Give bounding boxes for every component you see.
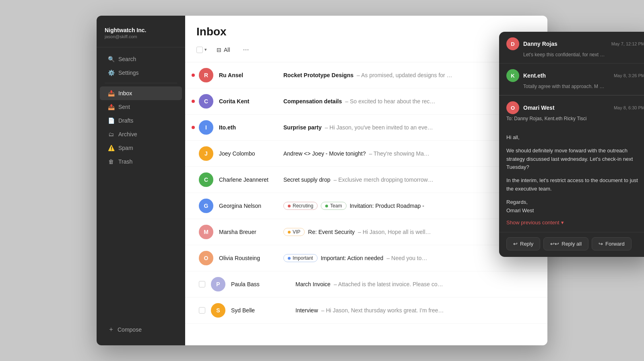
message-paragraph-1: We should definitely move forward with t… bbox=[506, 147, 644, 172]
reply-all-button[interactable]: ↩↩ Reply all bbox=[543, 237, 588, 250]
select-all-checkbox[interactable] bbox=[196, 47, 203, 53]
tag-vip: VIP bbox=[283, 228, 305, 236]
show-previous-label: Show previous content bbox=[506, 219, 559, 226]
email-subject: Re: Event Security bbox=[308, 229, 355, 235]
sent-icon: 📤 bbox=[108, 104, 114, 110]
email-row[interactable]: C Corita Kent Compensation details – So … bbox=[185, 88, 547, 115]
reply-all-icon: ↩↩ bbox=[550, 241, 559, 247]
sidebar-label-drafts: Drafts bbox=[118, 117, 133, 124]
sidebar-item-spam[interactable]: ⚠️ Spam bbox=[100, 141, 182, 155]
active-message: O Omari West May 8, 6:30 PM To: Danny Ro… bbox=[499, 95, 644, 257]
main-content: Inbox ▾ ⊟ All ··· R Ru Ansel Ro bbox=[185, 16, 547, 345]
reply-label: Reply bbox=[520, 241, 533, 247]
thread-header: D Danny Rojas May 7, 12:12 PM bbox=[506, 37, 644, 50]
email-preview: – Need you to… bbox=[386, 255, 427, 261]
tag-label: VIP bbox=[293, 229, 300, 235]
forward-icon: ↪ bbox=[599, 241, 603, 247]
active-avatar: O bbox=[506, 101, 519, 114]
email-preview: – Hi Jason, Next thursday works great. I… bbox=[321, 307, 444, 314]
email-subject: Rocket Prototype Designs bbox=[283, 72, 353, 78]
settings-icon: ⚙️ bbox=[108, 70, 114, 76]
sender-name: Syd Belle bbox=[231, 307, 295, 314]
email-row[interactable]: S Syd Belle Interview – Hi Jason, Next t… bbox=[185, 297, 547, 324]
email-subject: Compensation details bbox=[283, 98, 342, 105]
panel-date: May 8, 3:26 PM bbox=[614, 73, 644, 78]
panel-preview-text: Let's keep this confidential, for next … bbox=[506, 52, 644, 57]
email-preview: – As promised, updated designs for … bbox=[357, 72, 452, 78]
sidebar-item-search[interactable]: 🔍 Search bbox=[100, 52, 182, 66]
active-sender: Omari West bbox=[523, 105, 610, 111]
email-preview: – Hi Jason, you've been invited to an ev… bbox=[325, 124, 433, 131]
avatar: O bbox=[199, 251, 213, 265]
email-preview: – Exclusive merch dropping tomorrow… bbox=[334, 176, 433, 183]
filter-button[interactable]: ⊟ All bbox=[212, 45, 235, 55]
tag-label: Important bbox=[293, 255, 313, 261]
show-previous-button[interactable]: Show previous content ▾ bbox=[506, 219, 644, 226]
email-subject: Interview bbox=[295, 307, 318, 314]
email-subject: Invitation: Product Roadmap - bbox=[350, 203, 424, 209]
reply-all-label: Reply all bbox=[561, 241, 582, 247]
tag-team: Team bbox=[321, 202, 346, 210]
email-row[interactable]: I Ito.eth Surprise party – Hi Jason, you… bbox=[185, 115, 547, 141]
to-label: To: bbox=[506, 116, 513, 121]
sidebar-label-inbox: Inbox bbox=[118, 90, 132, 96]
inbox-toolbar: ▾ ⊟ All ··· bbox=[196, 44, 536, 55]
avatar: I bbox=[199, 120, 213, 135]
panel-date: May 7, 12:12 PM bbox=[611, 41, 644, 46]
email-checkbox[interactable] bbox=[199, 307, 205, 314]
to-recipients: Danny Rojas, Kent.eth Ricky Tisci bbox=[514, 116, 586, 121]
email-row[interactable]: C Charlene Jeanneret Secret supply drop … bbox=[185, 167, 547, 193]
profile-name: Nightwatch Inc. bbox=[105, 27, 177, 33]
email-row[interactable]: M Marsha Breuer VIP Re: Event Security –… bbox=[185, 219, 547, 245]
drafts-icon: 📄 bbox=[108, 117, 114, 124]
trash-icon: 🗑 bbox=[108, 158, 114, 165]
sidebar-item-drafts[interactable]: 📄 Drafts bbox=[100, 114, 182, 127]
sender-name: Joey Colombo bbox=[219, 150, 283, 157]
sidebar-label-settings: Settings bbox=[118, 70, 139, 76]
email-row[interactable]: R Ru Ansel Rocket Prototype Designs – As… bbox=[185, 62, 547, 88]
tag-dot bbox=[288, 231, 291, 234]
sidebar-profile: Nightwatch Inc. jason@skiff.com bbox=[97, 24, 185, 47]
email-row[interactable]: O Olivia Rousteing Important Important: … bbox=[185, 245, 547, 271]
reply-button[interactable]: ↩ Reply bbox=[506, 237, 540, 250]
unread-indicator bbox=[192, 74, 195, 77]
email-panel: D Danny Rojas May 7, 12:12 PM Let's keep… bbox=[499, 32, 644, 257]
avatar: G bbox=[199, 199, 213, 213]
email-subject: Andrew <> Joey - Movie tonight? bbox=[283, 150, 366, 157]
avatar: R bbox=[199, 68, 213, 82]
panel-sender: Danny Rojas bbox=[523, 41, 607, 47]
sidebar: Nightwatch Inc. jason@skiff.com 🔍 Search… bbox=[97, 16, 185, 345]
email-row[interactable]: G Georgina Nelson Recruting Team Invitat… bbox=[185, 193, 547, 219]
email-row[interactable]: P Paula Bass March Invoice – Attached is… bbox=[185, 271, 547, 297]
forward-button[interactable]: ↪ Forward bbox=[592, 237, 632, 250]
sidebar-label-trash: Trash bbox=[118, 158, 132, 165]
email-row[interactable]: J Joey Colombo Andrew <> Joey - Movie to… bbox=[185, 141, 547, 167]
filter-icon: ⊟ bbox=[217, 47, 221, 53]
sidebar-item-settings[interactable]: ⚙️ Settings bbox=[100, 66, 182, 80]
panel-to-line: To: Danny Rojas, Kent.eth Ricky Tisci bbox=[506, 116, 644, 121]
email-list: R Ru Ansel Rocket Prototype Designs – As… bbox=[185, 62, 547, 345]
sidebar-item-archive[interactable]: 🗂 Archive bbox=[100, 127, 182, 141]
email-subject: Important: Action needed bbox=[321, 255, 384, 261]
panel-body: Hi all, We should definitely move forwar… bbox=[499, 127, 644, 232]
sidebar-item-trash[interactable]: 🗑 Trash bbox=[100, 155, 182, 168]
thread-item-2[interactable]: K Kent.eth May 8, 3:26 PM Totally agree … bbox=[499, 64, 644, 95]
tag-recruiting: Recruting bbox=[283, 202, 318, 210]
sender-name: Olivia Rousteing bbox=[219, 255, 283, 261]
thread-item-1[interactable]: D Danny Rojas May 7, 12:12 PM Let's keep… bbox=[499, 32, 644, 64]
more-options-button[interactable]: ··· bbox=[240, 44, 252, 55]
email-subject-preview: Rocket Prototype Designs – As promised, … bbox=[283, 72, 513, 78]
sidebar-item-sent[interactable]: 📤 Sent bbox=[100, 100, 182, 114]
sidebar-item-inbox[interactable]: 📥 Inbox bbox=[100, 86, 182, 100]
page-title: Inbox bbox=[196, 25, 536, 38]
compose-button[interactable]: ＋ Compose bbox=[100, 322, 182, 337]
sidebar-label-archive: Archive bbox=[118, 131, 137, 137]
tag-important: Important bbox=[283, 254, 318, 262]
panel-avatar: D bbox=[506, 37, 519, 50]
email-subject-preview: Interview – Hi Jason, Next thursday work… bbox=[295, 307, 539, 314]
active-date: May 8, 6:30 PM bbox=[614, 105, 644, 110]
select-chevron-icon[interactable]: ▾ bbox=[204, 47, 207, 52]
search-icon: 🔍 bbox=[108, 56, 114, 62]
email-checkbox[interactable] bbox=[199, 281, 205, 287]
sidebar-label-search: Search bbox=[118, 56, 136, 62]
